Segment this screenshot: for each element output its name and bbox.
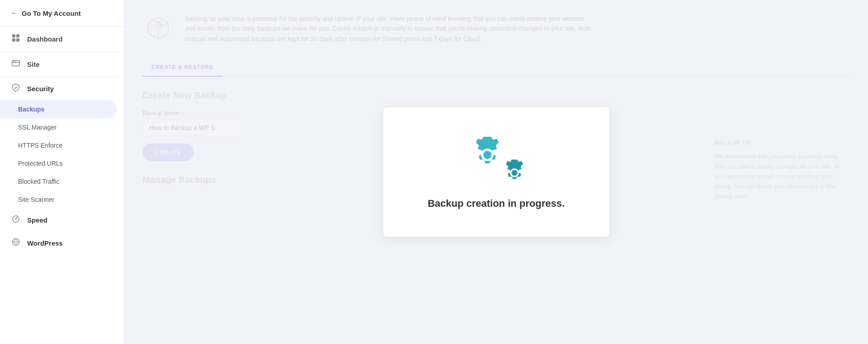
svg-point-6 [13,61,14,62]
ssl-manager-label: SSL Manager [18,124,57,131]
sidebar-item-https-enforce[interactable]: HTTPS Enforce [0,136,124,154]
security-icon [11,84,21,94]
site-icon [11,59,21,70]
back-arrow-icon: ← [11,9,18,17]
dashboard-label: Dashboard [27,35,62,43]
svg-point-12 [483,151,491,159]
svg-rect-0 [12,34,15,37]
svg-point-9 [15,218,17,220]
sidebar-item-speed[interactable]: Speed [0,209,124,232]
go-to-account-label: Go To My Account [22,9,81,17]
speed-label: Speed [27,216,47,224]
modal-progress-text: Backup creation in progress. [428,198,565,209]
sidebar-item-wordpress[interactable]: WordPress [0,232,124,255]
svg-point-7 [14,61,15,62]
sidebar-item-ssl-manager[interactable]: SSL Manager [0,118,124,136]
svg-rect-2 [12,38,15,42]
sidebar: ← Go To My Account Dashboard Site [0,0,124,344]
modal-box: Backup creation in progress. [383,107,609,237]
svg-rect-1 [16,34,19,37]
sidebar-item-dashboard[interactable]: Dashboard [0,27,124,52]
sidebar-item-blocked-traffic[interactable]: Blocked Traffic [0,172,124,191]
sidebar-item-protected-urls[interactable]: Protected URLs [0,154,124,172]
site-label: Site [27,60,40,68]
dashboard-icon [11,34,21,44]
sidebar-item-backups[interactable]: Backups [0,100,117,118]
wordpress-icon [11,238,21,248]
sidebar-item-site[interactable]: Site [0,52,124,77]
sidebar-section-security[interactable]: Security [0,77,124,100]
svg-point-14 [511,170,517,176]
speed-icon [11,215,21,225]
site-scanner-label: Site Scanner [18,196,54,203]
backups-label: Backups [18,106,44,113]
modal-gears-icon [467,135,526,184]
modal-overlay: Backup creation in progress. [124,0,868,344]
svg-rect-3 [16,38,19,42]
wordpress-label: WordPress [27,239,63,247]
go-to-account-button[interactable]: ← Go To My Account [0,0,124,27]
main-content: Backing up your data is essential for th… [124,0,868,344]
protected-urls-label: Protected URLs [18,160,63,167]
security-section-label: Security [27,85,54,93]
blocked-traffic-label: Blocked Traffic [18,178,60,185]
https-enforce-label: HTTPS Enforce [18,142,62,149]
sidebar-item-site-scanner[interactable]: Site Scanner [0,191,124,209]
gear-small-icon [499,157,530,189]
